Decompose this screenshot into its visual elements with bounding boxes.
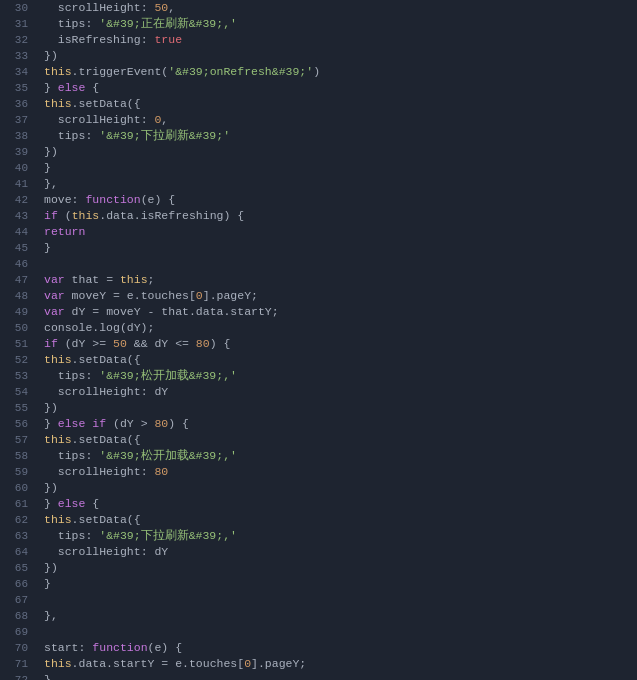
line-number: 63 [8, 528, 28, 544]
line-number: 61 [8, 496, 28, 512]
line-number: 49 [8, 304, 28, 320]
line-number: 30 [8, 0, 28, 16]
line-number: 53 [8, 368, 28, 384]
code-line: if (dY >= 50 && dY <= 80) { [44, 336, 637, 352]
line-number: 54 [8, 384, 28, 400]
code-line: }, [44, 608, 637, 624]
line-number: 43 [8, 208, 28, 224]
line-number: 40 [8, 160, 28, 176]
code-content[interactable]: scrollHeight: 50, tips: '&#39;正在刷新&#39;,… [36, 0, 637, 680]
line-number: 66 [8, 576, 28, 592]
code-line: scrollHeight: dY [44, 544, 637, 560]
code-line: scrollHeight: 0, [44, 112, 637, 128]
code-line: } [44, 240, 637, 256]
code-line: }, [44, 672, 637, 680]
line-number: 33 [8, 48, 28, 64]
code-line: console.log(dY); [44, 320, 637, 336]
code-line [44, 624, 637, 640]
line-number: 52 [8, 352, 28, 368]
line-number: 31 [8, 16, 28, 32]
code-line: var moveY = e.touches[0].pageY; [44, 288, 637, 304]
code-line: }) [44, 400, 637, 416]
line-number: 60 [8, 480, 28, 496]
line-number: 41 [8, 176, 28, 192]
code-line: if (this.data.isRefreshing) { [44, 208, 637, 224]
code-line: this.triggerEvent('&#39;onRefresh&#39;') [44, 64, 637, 80]
line-number: 59 [8, 464, 28, 480]
code-editor: 3031323334353637383940414243444546474849… [0, 0, 637, 680]
code-line: }) [44, 480, 637, 496]
code-line: }) [44, 560, 637, 576]
line-number: 37 [8, 112, 28, 128]
line-number: 69 [8, 624, 28, 640]
code-line: scrollHeight: dY [44, 384, 637, 400]
code-line: start: function(e) { [44, 640, 637, 656]
code-line: this.setData({ [44, 512, 637, 528]
line-number: 42 [8, 192, 28, 208]
code-line: tips: '&#39;松开加载&#39;,' [44, 368, 637, 384]
code-line: var that = this; [44, 272, 637, 288]
line-number: 55 [8, 400, 28, 416]
code-line: move: function(e) { [44, 192, 637, 208]
code-line: } [44, 576, 637, 592]
code-line: this.setData({ [44, 432, 637, 448]
line-number: 39 [8, 144, 28, 160]
code-line: } else if (dY > 80) { [44, 416, 637, 432]
line-number: 48 [8, 288, 28, 304]
line-number: 68 [8, 608, 28, 624]
line-number: 45 [8, 240, 28, 256]
code-line: this.setData({ [44, 96, 637, 112]
line-number: 65 [8, 560, 28, 576]
line-number: 56 [8, 416, 28, 432]
line-number: 36 [8, 96, 28, 112]
code-line: tips: '&#39;下拉刷新&#39;' [44, 128, 637, 144]
code-line [44, 256, 637, 272]
line-number: 71 [8, 656, 28, 672]
code-line: } [44, 160, 637, 176]
line-number: 32 [8, 32, 28, 48]
line-number: 64 [8, 544, 28, 560]
line-number: 57 [8, 432, 28, 448]
code-line: isRefreshing: true [44, 32, 637, 48]
line-number: 58 [8, 448, 28, 464]
code-line: tips: '&#39;松开加载&#39;,' [44, 448, 637, 464]
code-line: }) [44, 48, 637, 64]
code-line: scrollHeight: 50, [44, 0, 637, 16]
line-number: 70 [8, 640, 28, 656]
line-number: 67 [8, 592, 28, 608]
code-line: } else { [44, 496, 637, 512]
line-number: 35 [8, 80, 28, 96]
code-line: return [44, 224, 637, 240]
line-number: 72 [8, 672, 28, 680]
code-line: scrollHeight: 80 [44, 464, 637, 480]
line-number: 51 [8, 336, 28, 352]
line-number: 46 [8, 256, 28, 272]
code-line [44, 592, 637, 608]
code-line: }, [44, 176, 637, 192]
line-number: 38 [8, 128, 28, 144]
line-number: 34 [8, 64, 28, 80]
line-number: 44 [8, 224, 28, 240]
line-number: 62 [8, 512, 28, 528]
code-line: this.data.startY = e.touches[0].pageY; [44, 656, 637, 672]
line-numbers: 3031323334353637383940414243444546474849… [0, 0, 36, 680]
code-line: } else { [44, 80, 637, 96]
code-line: }) [44, 144, 637, 160]
code-line: var dY = moveY - that.data.startY; [44, 304, 637, 320]
line-number: 47 [8, 272, 28, 288]
code-line: this.setData({ [44, 352, 637, 368]
code-line: tips: '&#39;下拉刷新&#39;,' [44, 528, 637, 544]
line-number: 50 [8, 320, 28, 336]
code-line: tips: '&#39;正在刷新&#39;,' [44, 16, 637, 32]
